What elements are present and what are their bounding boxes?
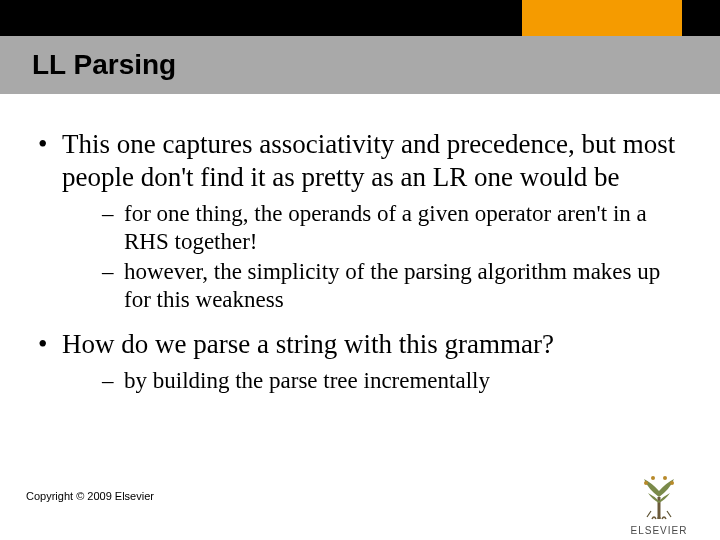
bullet-text: How do we parse a string with this gramm… bbox=[62, 329, 554, 359]
sub-bullet-text: for one thing, the operands of a given o… bbox=[124, 201, 647, 254]
sub-bullet-item: by building the parse tree incrementally bbox=[62, 367, 680, 395]
top-orange-box bbox=[522, 0, 682, 36]
publisher-logo: ELSEVIER bbox=[620, 469, 698, 536]
sub-bullet-item: however, the simplicity of the parsing a… bbox=[62, 258, 680, 314]
copyright-text: Copyright © 2009 Elsevier bbox=[26, 490, 154, 502]
elsevier-tree-icon bbox=[632, 469, 686, 523]
sub-bullet-list: by building the parse tree incrementally bbox=[62, 367, 680, 395]
svg-point-4 bbox=[663, 476, 667, 480]
bullet-text: This one captures associativity and prec… bbox=[62, 129, 675, 192]
title-bar: LL Parsing bbox=[0, 36, 720, 94]
svg-point-3 bbox=[651, 476, 655, 480]
svg-point-1 bbox=[644, 481, 648, 485]
sub-bullet-text: by building the parse tree incrementally bbox=[124, 368, 490, 393]
publisher-logo-text: ELSEVIER bbox=[620, 525, 698, 536]
bullet-list: This one captures associativity and prec… bbox=[32, 128, 680, 395]
slide-title: LL Parsing bbox=[32, 49, 176, 81]
bullet-item: How do we parse a string with this gramm… bbox=[32, 328, 680, 395]
sub-bullet-list: for one thing, the operands of a given o… bbox=[62, 200, 680, 314]
svg-point-2 bbox=[670, 481, 674, 485]
sub-bullet-item: for one thing, the operands of a given o… bbox=[62, 200, 680, 256]
sub-bullet-text: however, the simplicity of the parsing a… bbox=[124, 259, 660, 312]
slide: LL Parsing This one captures associativi… bbox=[0, 0, 720, 540]
bullet-item: This one captures associativity and prec… bbox=[32, 128, 680, 314]
content-area: This one captures associativity and prec… bbox=[32, 128, 680, 413]
